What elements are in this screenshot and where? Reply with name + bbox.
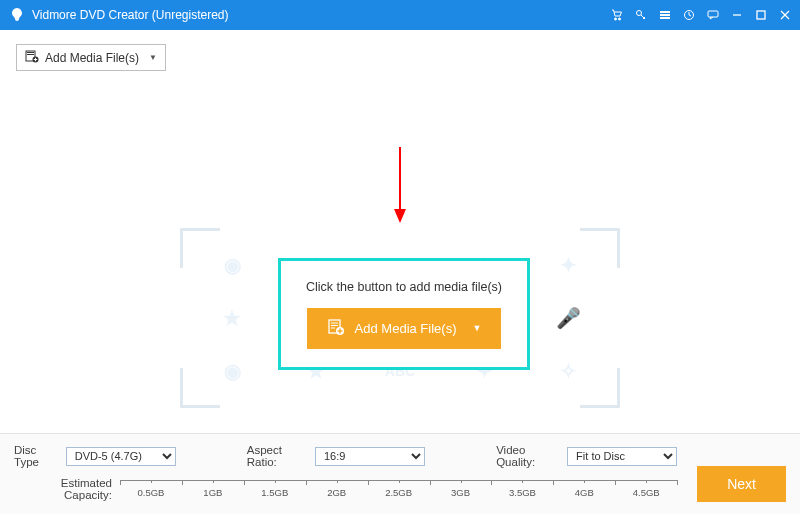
add-media-highlight: Click the button to add media file(s) Ad… — [278, 258, 530, 370]
add-media-label: Add Media File(s) — [45, 51, 139, 65]
add-media-button-main[interactable]: Add Media File(s) ▼ — [307, 308, 502, 349]
add-media-label: Add Media File(s) — [355, 321, 457, 336]
next-button[interactable]: Next — [697, 466, 786, 502]
chevron-down-icon: ▼ — [472, 323, 481, 333]
svg-rect-13 — [27, 52, 34, 53]
app-title: Vidmore DVD Creator (Unregistered) — [32, 8, 610, 22]
svg-point-2 — [637, 11, 642, 16]
annotation-arrow-icon — [390, 145, 410, 225]
title-bar: Vidmore DVD Creator (Unregistered) — [0, 0, 800, 30]
feedback-icon[interactable] — [706, 8, 720, 22]
svg-point-1 — [619, 18, 621, 20]
ruler-tick-label: 1.5GB — [261, 487, 288, 498]
app-logo-icon — [8, 6, 26, 24]
titlebar-icons — [610, 8, 792, 22]
aspect-ratio-select[interactable]: 16:9 — [315, 447, 425, 466]
svg-point-0 — [615, 18, 617, 20]
menu-icon[interactable] — [658, 8, 672, 22]
capacity-row: Estimated Capacity: 0.5GB1GB1.5GB2GB2.5G… — [14, 476, 677, 502]
settings-row: Disc Type DVD-5 (4.7G) Aspect Ratio: 16:… — [14, 444, 677, 468]
ruler-tick-label: 2GB — [327, 487, 346, 498]
main-area: ◉✦ABC✧✦ ★🎤 ◉★ABC✦✧ Click the button to a… — [0, 85, 800, 455]
toolbar: Add Media File(s) ▼ — [0, 30, 800, 85]
ruler-tick-label: 3.5GB — [509, 487, 536, 498]
footer-bar: Disc Type DVD-5 (4.7G) Aspect Ratio: 16:… — [0, 433, 800, 514]
key-icon[interactable] — [634, 8, 648, 22]
add-media-icon — [25, 49, 39, 66]
svg-rect-5 — [660, 17, 670, 19]
minimize-icon[interactable] — [730, 8, 744, 22]
capacity-ruler: 0.5GB1GB1.5GB2GB2.5GB3GB3.5GB4GB4.5GB — [120, 480, 677, 502]
ruler-tick-label: 4GB — [575, 487, 594, 498]
chevron-down-icon: ▼ — [149, 53, 157, 62]
ruler-tick-label: 3GB — [451, 487, 470, 498]
svg-rect-9 — [757, 11, 765, 19]
history-icon[interactable] — [682, 8, 696, 22]
svg-rect-14 — [27, 54, 34, 55]
close-icon[interactable] — [778, 8, 792, 22]
add-media-button-top[interactable]: Add Media File(s) ▼ — [16, 44, 166, 71]
aspect-ratio-label: Aspect Ratio: — [247, 444, 309, 468]
capacity-label: Estimated Capacity: — [14, 477, 112, 501]
add-media-icon — [327, 318, 345, 339]
svg-rect-4 — [660, 14, 670, 16]
svg-rect-3 — [660, 11, 670, 13]
ruler-tick-label: 1GB — [203, 487, 222, 498]
cart-icon[interactable] — [610, 8, 624, 22]
video-quality-label: Video Quality: — [496, 444, 561, 468]
svg-marker-19 — [394, 209, 406, 223]
maximize-icon[interactable] — [754, 8, 768, 22]
svg-rect-7 — [708, 11, 718, 17]
add-media-hint: Click the button to add media file(s) — [306, 280, 502, 294]
ruler-tick-label: 4.5GB — [633, 487, 660, 498]
ruler-tick-label: 0.5GB — [137, 487, 164, 498]
disc-type-label: Disc Type — [14, 444, 60, 468]
disc-type-select[interactable]: DVD-5 (4.7G) — [66, 447, 176, 466]
ruler-tick-label: 2.5GB — [385, 487, 412, 498]
video-quality-select[interactable]: Fit to Disc — [567, 447, 677, 466]
